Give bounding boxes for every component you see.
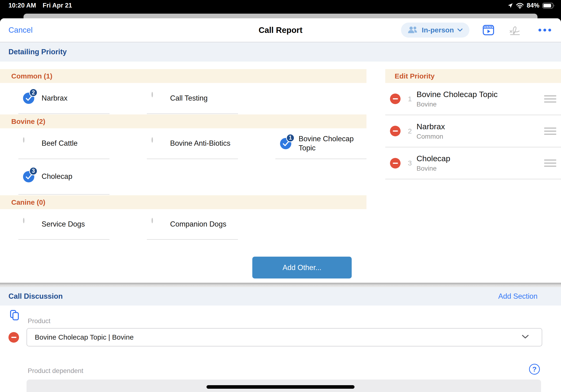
chevron-down-icon (457, 28, 463, 32)
product-item-label: Bovine Anti-Biotics (170, 139, 230, 148)
checked-checkbox[interactable]: 2 (23, 93, 34, 104)
product-item-label: Bovine Cholecap Topic (299, 134, 360, 153)
help-icon[interactable]: ? (529, 364, 540, 375)
call-report-screen: 10:20 AM Fri Apr 21 84% (0, 0, 561, 392)
priority-item-group: Common (417, 133, 445, 140)
product-select[interactable]: Bovine Cholecap Topic | Bovine (27, 328, 542, 346)
product-item-beef-cattle[interactable]: Beef Cattle (18, 128, 109, 159)
remove-icon[interactable] (390, 94, 400, 104)
drag-handle-icon[interactable] (544, 95, 556, 102)
unchecked-checkbox[interactable] (151, 218, 163, 230)
unchecked-checkbox[interactable] (151, 93, 163, 104)
checked-checkbox[interactable]: 3 (23, 171, 34, 182)
edit-priority-row: 3 Cholecap Bovine (385, 147, 561, 179)
group-band-common: Common (1) (0, 69, 367, 83)
product-item-bovine-cholecap-topic[interactable]: 1 Bovine Cholecap Topic (275, 128, 367, 159)
priority-rank: 1 (405, 95, 412, 103)
priority-item-group: Bovine (417, 101, 497, 108)
cancel-button[interactable]: Cancel (9, 26, 33, 34)
nav-bar: Cancel Call Report In-person (0, 18, 561, 42)
remove-discussion-icon[interactable] (9, 332, 19, 343)
detailing-priority-header: Detailing Priority (0, 42, 561, 62)
unchecked-checkbox[interactable] (23, 218, 34, 230)
group-label: Common (1) (11, 72, 52, 80)
group-label: Bovine (2) (11, 118, 45, 126)
checked-checkbox[interactable]: 1 (280, 138, 291, 149)
home-indicator[interactable] (206, 385, 355, 389)
copy-icon[interactable] (10, 310, 19, 322)
priority-item-name: Cholecap (417, 154, 450, 163)
group-band-bovine: Bovine (2) (0, 114, 367, 128)
product-item-bovine-anti-biotics[interactable]: Bovine Anti-Biotics (147, 128, 238, 159)
priority-item-group: Bovine (417, 165, 450, 172)
status-time: 10:20 AM (9, 2, 36, 9)
section-divider-shadow (0, 283, 561, 287)
product-item-label: Cholecap (42, 172, 72, 181)
priority-item-name: Narbrax (417, 122, 445, 131)
call-discussion-header: Call Discussion Add Section (0, 287, 561, 305)
group-band-canine: Canine (0) (0, 195, 367, 209)
record-type-selector[interactable]: In-person (401, 22, 469, 38)
media-player-icon[interactable] (483, 24, 494, 36)
add-other-button[interactable]: Add Other... (252, 257, 352, 279)
product-item-label: Companion Dogs (170, 220, 227, 229)
drag-handle-icon[interactable] (544, 128, 556, 135)
detailing-priority-title: Detailing Priority (9, 48, 67, 56)
product-item-label: Narbrax (42, 94, 67, 103)
edit-priority-header: Edit Priority (385, 69, 561, 83)
product-item-label: Beef Cattle (42, 139, 77, 148)
product-select-value: Bovine Cholecap Topic | Bovine (35, 333, 522, 341)
battery-percent: 84% (527, 2, 539, 9)
chevron-down-icon (522, 335, 529, 340)
product-item-call-testing[interactable]: Call Testing (147, 83, 238, 114)
call-discussion-title: Call Discussion (9, 292, 63, 301)
priority-item-name: Bovine Cholecap Topic (417, 90, 497, 99)
add-section-button[interactable]: Add Section (498, 292, 538, 301)
product-item-companion-dogs[interactable]: Companion Dogs (147, 209, 238, 240)
unchecked-checkbox[interactable] (151, 138, 163, 149)
product-item-service-dogs[interactable]: Service Dogs (18, 209, 109, 240)
product-field-label: Product (28, 317, 51, 325)
product-item-label: Service Dogs (42, 220, 85, 229)
priority-badge: 1 (286, 134, 295, 142)
wifi-icon (516, 3, 524, 9)
edit-priority-row: 2 Narbrax Common (385, 115, 561, 147)
product-item-cholecap[interactable]: 3 Cholecap (18, 159, 109, 195)
record-type-label: In-person (422, 26, 454, 34)
priority-rank: 3 (405, 159, 412, 167)
priority-badge: 3 (29, 167, 38, 175)
edit-priority-title: Edit Priority (395, 72, 435, 80)
people-icon (408, 26, 418, 34)
more-options-icon[interactable] (539, 29, 551, 32)
priority-rank: 2 (405, 127, 412, 135)
unchecked-checkbox[interactable] (23, 138, 34, 149)
remove-icon[interactable] (390, 158, 400, 168)
signature-icon[interactable] (508, 24, 521, 36)
group-label: Canine (0) (11, 198, 45, 206)
remove-icon[interactable] (390, 126, 400, 136)
edit-priority-row: 1 Bovine Cholecap Topic Bovine (385, 83, 561, 115)
priority-badge: 2 (29, 88, 38, 97)
product-item-narbrax[interactable]: 2 Narbrax (18, 83, 109, 114)
status-date: Fri Apr 21 (43, 2, 72, 9)
location-arrow-icon (507, 3, 513, 9)
battery-icon (542, 3, 555, 9)
call-report-sheet: Cancel Call Report In-person (0, 18, 561, 392)
status-bar: 10:20 AM Fri Apr 21 84% (0, 0, 561, 11)
drag-handle-icon[interactable] (544, 160, 556, 167)
product-dependent-label: Product dependent (28, 367, 83, 375)
product-item-label: Call Testing (170, 94, 208, 103)
page-title: Call Report (259, 25, 302, 35)
